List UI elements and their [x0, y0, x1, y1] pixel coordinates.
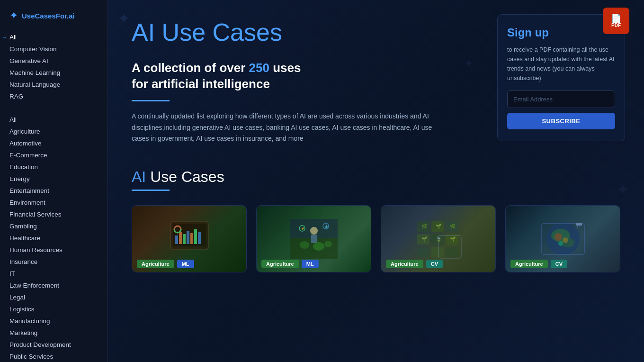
sidebar-item-automotive[interactable]: Automotive [0, 137, 107, 149]
sidebar-item-gambling[interactable]: Gambling [0, 220, 107, 232]
sidebar-item-healthcare[interactable]: Healthcare [0, 232, 107, 244]
card-3-tags: Agriculture CV [381, 256, 495, 272]
section-divider [132, 190, 170, 191]
hero-section: AI Use Cases A collection of over 250 us… [108, 0, 644, 159]
cards-grid: Agriculture ML [132, 205, 620, 272]
sidebar-item-all-ai[interactable]: All [0, 31, 107, 43]
svg-point-41 [555, 233, 562, 241]
logo-text: UseCasesFor.ai [22, 12, 75, 20]
star-icon: ✦ [9, 9, 18, 22]
svg-rect-3 [179, 232, 182, 244]
svg-text:⚡: ⚡ [301, 226, 305, 231]
svg-text:🌿: 🌿 [450, 223, 456, 229]
card-1-tags: Agriculture ML [132, 256, 246, 272]
svg-rect-8 [198, 232, 201, 244]
svg-text:🌿: 🌿 [421, 223, 428, 229]
card-1[interactable]: Agriculture ML [132, 205, 247, 272]
use-cases-title-ai: AI [132, 168, 146, 185]
svg-text:💧: 💧 [324, 224, 329, 228]
industry-categories: All Agriculture Automotive E-Commerce Ed… [0, 114, 107, 362]
svg-point-42 [563, 237, 568, 243]
sidebar-item-legal[interactable]: Legal [0, 291, 107, 303]
hero-body: A collection of over 250 usesfor artific… [132, 60, 435, 145]
sidebar: ✦ UseCasesFor.ai All Computer Vision Gen… [0, 0, 108, 362]
sidebar-item-it[interactable]: IT [0, 268, 107, 280]
sidebar-item-natural-language[interactable]: Natural Language [0, 79, 107, 90]
sidebar-item-rag[interactable]: RAG [0, 90, 107, 102]
svg-point-19 [300, 241, 309, 249]
card-4-tag2: CV [551, 260, 567, 268]
hero-subtitle: A collection of over 250 usesfor artific… [132, 60, 435, 92]
svg-point-43 [558, 241, 563, 246]
logo[interactable]: ✦ UseCasesFor.ai [0, 9, 107, 31]
sidebar-item-all-industry[interactable]: All [0, 114, 107, 126]
sidebar-item-law-enforcement[interactable]: Law Enforcement [0, 280, 107, 291]
pdf-symbol: 📄 [611, 14, 621, 23]
sidebar-item-marketing[interactable]: Marketing [0, 327, 107, 339]
use-cases-title-rest: Use Cases [150, 168, 224, 185]
svg-rect-6 [190, 233, 193, 244]
use-cases-title: AI Use Cases [132, 168, 620, 186]
card-4-tag1: Agriculture [510, 260, 548, 268]
use-cases-section: AI Use Cases [108, 159, 644, 291]
main-content: ✦ ✦ ✦ ✦ AI Use Cases A collection of ove… [108, 0, 644, 362]
sidebar-item-manufacturing[interactable]: Manufacturing [0, 315, 107, 327]
sidebar-item-agriculture[interactable]: Agriculture [0, 126, 107, 137]
svg-point-13 [310, 227, 318, 235]
sidebar-item-education[interactable]: Education [0, 161, 107, 173]
sidebar-item-public-services[interactable]: Public Services [0, 351, 107, 362]
sidebar-item-human-resources[interactable]: Human Resources [0, 244, 107, 256]
svg-rect-2 [175, 235, 178, 244]
svg-text:🌱: 🌱 [436, 223, 442, 229]
email-input[interactable] [507, 90, 615, 108]
pdf-icon: 📄 PDF [603, 8, 629, 34]
sidebar-item-product-development[interactable]: Product Development [0, 339, 107, 351]
hero-description: A continually updated list exploring how… [132, 111, 435, 145]
ai-categories: All Computer Vision Generative AI Machin… [0, 31, 107, 106]
sidebar-item-ecommerce[interactable]: E-Commerce [0, 149, 107, 161]
sidebar-item-financial-services[interactable]: Financial Services [0, 208, 107, 220]
sidebar-item-computer-vision[interactable]: Computer Vision [0, 43, 107, 55]
svg-rect-5 [187, 231, 189, 244]
card-2[interactable]: ⚡ 💧 Agriculture ML [256, 205, 371, 272]
card-2-tag1: Agriculture [261, 260, 299, 268]
card-2-tags: Agriculture ML [257, 256, 371, 272]
card-1-tag1: Agriculture [137, 260, 174, 268]
sidebar-item-machine-learning[interactable]: Machine Learning [0, 67, 107, 79]
signup-card: 📄 PDF Sign up to receive a PDF containin… [497, 14, 625, 141]
svg-text:🌱: 🌱 [421, 236, 428, 242]
card-4-tags: Agriculture CV [506, 256, 620, 272]
signup-title: Sign up [507, 26, 615, 39]
svg-rect-14 [311, 235, 317, 243]
card-3-tag2: CV [426, 260, 443, 268]
card-2-tag2: ML [302, 260, 319, 268]
pdf-label: PDF [611, 23, 621, 28]
svg-point-21 [324, 241, 332, 247]
sidebar-item-generative-ai[interactable]: Generative AI [0, 55, 107, 67]
svg-rect-45 [576, 223, 582, 226]
card-4[interactable]: Agriculture CV [505, 205, 620, 272]
card-3[interactable]: 🌿 🌱 🌿 🌱 🍃 🌱 Agriculture CV [381, 205, 496, 272]
svg-rect-4 [183, 234, 186, 244]
sidebar-item-entertainment[interactable]: Entertainment [0, 185, 107, 197]
card-1-tag2: ML [177, 260, 194, 268]
svg-text:🌱: 🌱 [450, 236, 456, 242]
svg-point-20 [313, 242, 324, 251]
hero-divider [132, 100, 170, 101]
sidebar-item-insurance[interactable]: Insurance [0, 256, 107, 268]
signup-description: to receive a PDF containing all the use … [507, 45, 615, 83]
sidebar-item-environment[interactable]: Environment [0, 197, 107, 208]
sidebar-item-energy[interactable]: Energy [0, 173, 107, 185]
svg-rect-7 [194, 229, 197, 244]
card-3-tag1: Agriculture [386, 260, 423, 268]
subscribe-button[interactable]: SUBSCRIBE [507, 113, 615, 129]
sidebar-item-logistics[interactable]: Logistics [0, 303, 107, 315]
